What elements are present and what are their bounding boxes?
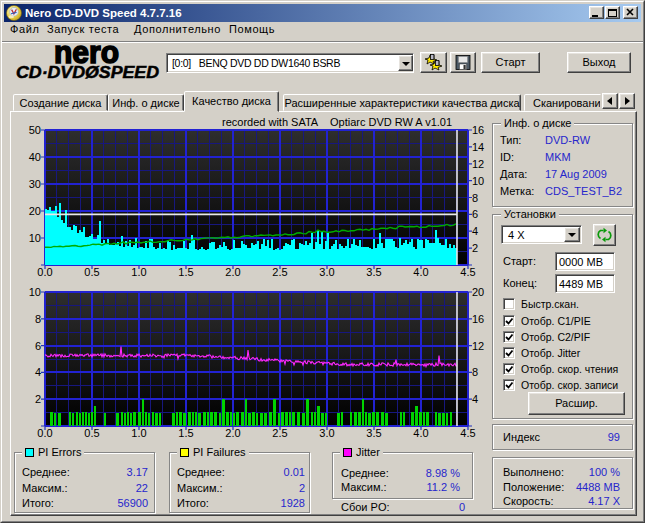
svg-text:CD·DVDØSPEED: CD·DVDØSPEED bbox=[16, 64, 159, 81]
